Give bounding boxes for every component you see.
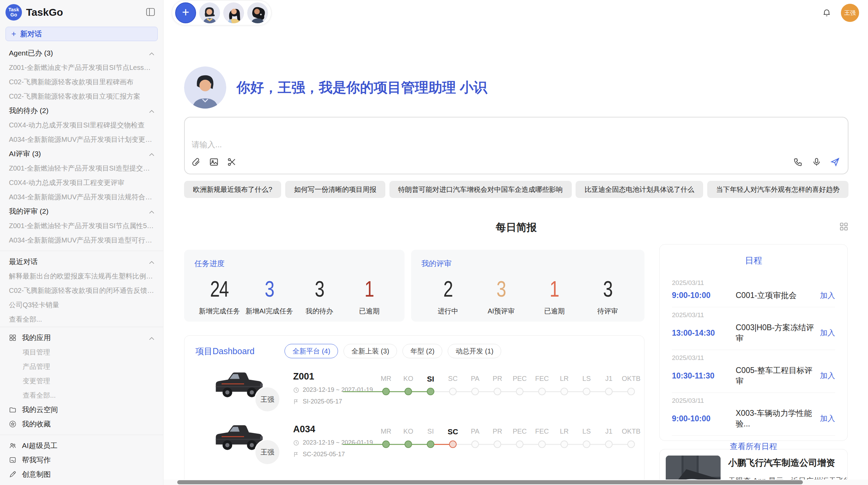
milestone-dot[interactable] bbox=[627, 440, 635, 448]
sidebar-task-item[interactable]: C0X4-动力总成开发项目工程变更评审 bbox=[9, 175, 154, 190]
sidebar-item-help-me-write[interactable]: 帮我写作 bbox=[9, 453, 154, 467]
suggestion-chip[interactable]: 特朗普可能对进口汽车增税会对中国车企造成哪些影响 bbox=[389, 181, 572, 198]
suggestion-chip[interactable]: 比亚迪全固态电池计划具体说了什么 bbox=[576, 181, 703, 198]
milestone-dot[interactable] bbox=[471, 388, 479, 395]
join-schedule-link[interactable]: 加入 bbox=[820, 328, 835, 338]
milestone-dot[interactable] bbox=[560, 440, 568, 448]
app-shortcut-item[interactable]: 项目管理 bbox=[9, 345, 154, 359]
apps-view-all-link[interactable]: 查看全部... bbox=[9, 388, 154, 402]
milestone-dot[interactable] bbox=[560, 388, 568, 395]
sidebar-task-item[interactable]: C0X4-动力总成开发项目SI里程碑提交物检查 bbox=[9, 118, 154, 132]
project-row[interactable]: 王强A0342023-12-19 ~ 2026-01-19SC-2025-05-… bbox=[195, 421, 633, 474]
sidebar-section-header[interactable]: AI评审 (3) bbox=[9, 147, 154, 161]
milestone-dot[interactable] bbox=[538, 388, 546, 395]
sidebar-task-item[interactable]: Z001-全新燃油轻卡产品开发项目SI节点属性5D文件评审 bbox=[9, 219, 154, 233]
screenshot-scissors-icon[interactable] bbox=[225, 156, 238, 169]
project-owner-avatar: 王强 bbox=[254, 439, 280, 465]
milestone-dot[interactable] bbox=[627, 388, 635, 395]
milestone-dot[interactable] bbox=[605, 440, 613, 448]
milestone-dot[interactable] bbox=[449, 388, 457, 395]
image-upload-icon[interactable] bbox=[207, 156, 220, 169]
milestone-dot[interactable] bbox=[583, 440, 590, 448]
dashboard-filter-tab[interactable]: 年型 (2) bbox=[402, 344, 442, 358]
sidebar-section-header[interactable]: 我的评审 (2) bbox=[9, 204, 154, 219]
recent-conversation-item[interactable]: C02-飞腾新能源轻客改款项目的闭环通告反馈情况 bbox=[9, 283, 154, 298]
sidebar-sections: Agent已办 (3)Z001-全新燃油皮卡产品开发项目SI节点Lesson L… bbox=[0, 41, 163, 323]
sidebar-task-item[interactable]: Z001-全新燃油轻卡产品开发项目SI造型提交物评审 bbox=[9, 161, 154, 175]
user-avatar[interactable]: 王强 bbox=[841, 4, 859, 22]
suggestion-chip[interactable]: 如何写一份清晰的项目周报 bbox=[285, 181, 385, 198]
new-chat-button[interactable]: + 新对话 bbox=[5, 27, 158, 41]
sidebar-divider bbox=[0, 435, 163, 435]
stat-value: 2 bbox=[443, 276, 453, 302]
stat-card-title: 我的评审 bbox=[421, 259, 634, 269]
sidebar-item-cloud-space[interactable]: 我的云空间 bbox=[9, 402, 154, 417]
sidebar-item-ai-super-staff[interactable]: AI超级员工 bbox=[9, 438, 154, 453]
milestone-dot[interactable] bbox=[494, 440, 501, 448]
milestone-dot[interactable] bbox=[605, 388, 613, 395]
main-area: + 王强 bbox=[164, 0, 868, 485]
sidebar-task-item[interactable]: A034-全新新能源MUV产品开发项目造型可行性评审 bbox=[9, 233, 154, 247]
milestone-dot[interactable] bbox=[471, 440, 479, 448]
sidebar-item-my-apps[interactable]: 我的应用 bbox=[9, 331, 154, 345]
join-schedule-link[interactable]: 加入 bbox=[820, 290, 835, 301]
sidebar-task-item[interactable]: C02-飞腾新能源轻客改款项目立项汇报方案 bbox=[9, 89, 154, 103]
sidebar-item-favorites[interactable]: 我的收藏 bbox=[9, 417, 154, 431]
milestone-dot[interactable] bbox=[538, 440, 546, 448]
schedule-item-main: 13:00-14:30C003|H0B-方案冻结评审加入 bbox=[672, 322, 835, 344]
sidebar-task-item[interactable]: A034-全新新能源MUV产品开发项目法规符合性评审 bbox=[9, 190, 154, 204]
attachment-icon[interactable] bbox=[190, 156, 203, 169]
join-schedule-link[interactable]: 加入 bbox=[820, 413, 835, 424]
sidebar-task-item[interactable]: C02-飞腾新能源轻客改款项目里程碑画布 bbox=[9, 75, 154, 89]
dashboard-filter-tab[interactable]: 全新上装 (3) bbox=[343, 344, 397, 358]
send-icon[interactable] bbox=[829, 156, 842, 169]
dashboard-filter-tab[interactable]: 动总开发 (1) bbox=[448, 344, 501, 358]
dashboard-filter-tab[interactable]: 全新平台 (4) bbox=[285, 344, 338, 358]
sidebar-item-creative-drawing[interactable]: 创意制图 bbox=[9, 467, 154, 482]
milestone-dot[interactable] bbox=[494, 388, 501, 395]
app-shortcut-item[interactable]: 产品管理 bbox=[9, 359, 154, 374]
recent-conversation-item[interactable]: 解释最新出台的欧盟报废车法规再生塑料比例被调至15%... bbox=[9, 269, 154, 283]
milestone-dot[interactable] bbox=[516, 440, 523, 448]
voice-call-icon[interactable] bbox=[792, 156, 805, 169]
recent-view-all-link[interactable]: 查看全部... bbox=[9, 312, 154, 323]
layout-grid-icon[interactable] bbox=[839, 222, 848, 232]
milestone-dot[interactable] bbox=[427, 440, 434, 448]
add-member-button[interactable]: + bbox=[175, 2, 196, 23]
schedule-item: 2025/03/1110:30-11:30C005-整车工程目标评审加入 bbox=[672, 350, 835, 393]
milestone-dot[interactable] bbox=[405, 440, 412, 448]
milestone-dot[interactable] bbox=[449, 440, 457, 448]
stat-item: 2进行中 bbox=[421, 276, 474, 316]
join-schedule-link[interactable]: 加入 bbox=[820, 371, 835, 381]
milestone-dot[interactable] bbox=[405, 388, 412, 395]
milestone-dot[interactable] bbox=[427, 388, 434, 395]
sidebar-section-header[interactable]: 我的待办 (2) bbox=[9, 103, 154, 118]
schedule-item: 2025/03/1113:00-14:30C003|H0B-方案冻结评审加入 bbox=[672, 307, 835, 350]
my-apps-label: 我的应用 bbox=[22, 333, 144, 343]
project-row[interactable]: 王强Z0012023-12-19 ~ 2027-01-19SI-2025-05-… bbox=[195, 369, 633, 421]
section-title: 我的待办 (2) bbox=[9, 106, 49, 115]
horizontal-scrollbar[interactable] bbox=[164, 480, 868, 485]
avatar-2[interactable] bbox=[223, 2, 244, 23]
scrollbar-thumb[interactable] bbox=[177, 480, 803, 484]
sidebar-recent-header[interactable]: 最近对话 bbox=[9, 254, 154, 269]
composer[interactable]: 请输入... bbox=[184, 117, 848, 174]
milestone-dot[interactable] bbox=[583, 388, 590, 395]
milestone-dot[interactable] bbox=[382, 440, 390, 448]
app-shortcut-item[interactable]: 变更管理 bbox=[9, 374, 154, 388]
milestone-dot[interactable] bbox=[516, 388, 523, 395]
sidebar-task-item[interactable]: Z001-全新燃油皮卡产品开发项目SI节点Lesson Learn报告 bbox=[9, 60, 154, 75]
avatar-3[interactable] bbox=[247, 2, 268, 23]
suggestion-chip[interactable]: 欧洲新规最近颁布了什么? bbox=[184, 181, 281, 198]
suggestion-chips: 欧洲新规最近颁布了什么?如何写一份清晰的项目周报特朗普可能对进口汽车增税会对中国… bbox=[184, 181, 848, 198]
sidebar-section-header[interactable]: Agent已办 (3) bbox=[9, 46, 154, 60]
milestone-dot[interactable] bbox=[382, 388, 390, 395]
suggestion-chip[interactable]: 当下年轻人对汽车外观有怎样的喜好趋势 bbox=[707, 181, 848, 198]
avatar-1[interactable] bbox=[199, 2, 220, 23]
notification-bell-icon[interactable] bbox=[822, 8, 831, 18]
sidebar-collapse-icon[interactable] bbox=[145, 7, 156, 18]
recent-conversation-item[interactable]: 公司Q3轻卡销量 bbox=[9, 298, 154, 312]
microphone-icon[interactable] bbox=[810, 156, 823, 169]
view-all-schedule-link[interactable]: 查看所有日程 bbox=[672, 436, 835, 452]
sidebar-task-item[interactable]: A034-全新新能源MUV产品开发项目计划变更表编写 bbox=[9, 132, 154, 147]
